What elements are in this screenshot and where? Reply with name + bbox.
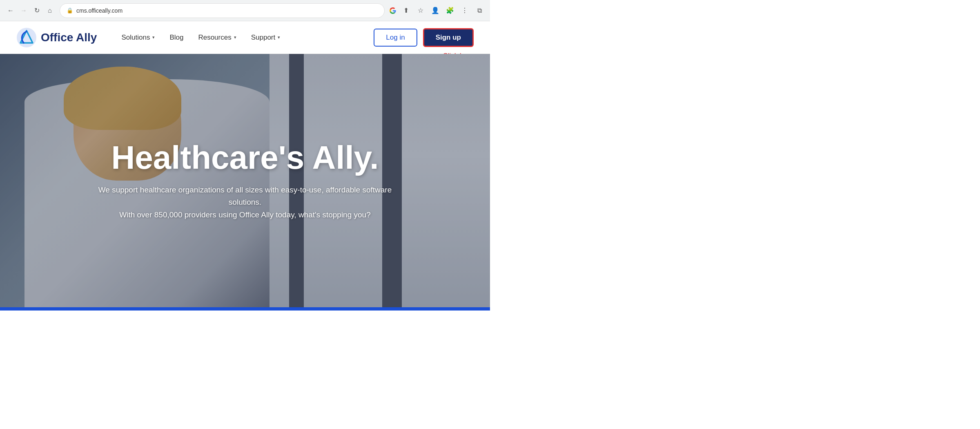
back-button[interactable]: ← bbox=[5, 5, 16, 16]
address-bar[interactable]: 🔒 cms.officeally.com bbox=[60, 3, 385, 18]
bookmark-button[interactable]: ☆ bbox=[415, 5, 426, 16]
login-button[interactable]: Log in bbox=[374, 29, 417, 47]
support-chevron-icon: ▾ bbox=[278, 35, 280, 40]
split-view-button[interactable]: ⧉ bbox=[474, 5, 485, 16]
site-header: Office Ally Solutions ▾ Blog Resources ▾… bbox=[0, 21, 490, 54]
hero-subtitle: We support healthcare organizations of a… bbox=[92, 184, 398, 221]
browser-actions: ⬆ ☆ 👤 🧩 ⋮ ⧉ bbox=[389, 5, 485, 16]
main-nav: Solutions ▾ Blog Resources ▾ Support ▾ bbox=[121, 34, 374, 42]
browser-chrome: ← → ↻ ⌂ 🔒 cms.officeally.com ⬆ ☆ 👤 🧩 ⋮ ⧉ bbox=[0, 0, 490, 21]
nav-solutions[interactable]: Solutions ▾ bbox=[121, 34, 155, 42]
forward-button[interactable]: → bbox=[18, 5, 29, 16]
logo[interactable]: Office Ally bbox=[16, 27, 97, 48]
hero-title: Healthcare's Ally. bbox=[61, 140, 429, 176]
nav-blog[interactable]: Blog bbox=[169, 34, 183, 42]
home-button[interactable]: ⌂ bbox=[44, 5, 56, 16]
nav-buttons: ← → ↻ ⌂ bbox=[5, 5, 56, 16]
nav-resources[interactable]: Resources ▾ bbox=[198, 34, 236, 42]
blue-bar bbox=[0, 307, 490, 311]
menu-button[interactable]: ⋮ bbox=[459, 5, 470, 16]
share-button[interactable]: ⬆ bbox=[400, 5, 412, 16]
profile-button[interactable]: 👤 bbox=[430, 5, 441, 16]
nav-support[interactable]: Support ▾ bbox=[251, 34, 281, 42]
logo-text: Office Ally bbox=[41, 31, 97, 44]
lock-icon: 🔒 bbox=[67, 7, 73, 13]
hero-section: Healthcare's Ally. We support healthcare… bbox=[0, 54, 490, 307]
solutions-chevron-icon: ▾ bbox=[152, 35, 155, 40]
resources-chevron-icon: ▾ bbox=[234, 35, 236, 40]
extensions-button[interactable]: 🧩 bbox=[444, 5, 456, 16]
google-icon bbox=[389, 7, 397, 15]
url-text: cms.officeally.com bbox=[76, 7, 378, 14]
signup-button[interactable]: Sign up bbox=[423, 28, 474, 47]
logo-icon bbox=[16, 27, 37, 48]
hero-content: Healthcare's Ally. We support healthcare… bbox=[61, 140, 429, 221]
header-actions: Log in Sign up Click here bbox=[374, 28, 474, 47]
reload-button[interactable]: ↻ bbox=[31, 5, 42, 16]
